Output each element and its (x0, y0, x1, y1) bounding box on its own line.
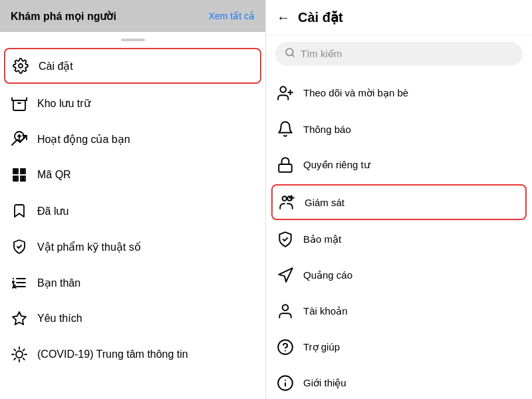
left-menu-item-label-yeu-thich: Yêu thích (37, 313, 82, 325)
left-menu-item-kho-luu-tru[interactable]: Kho lưu trữ (0, 85, 265, 121)
right-menu-item-quang-cao[interactable]: Quảng cáo (266, 257, 532, 293)
covid-icon (11, 346, 28, 363)
svg-point-18 (13, 278, 14, 279)
left-panel: Khám phá mọi người Xem tất cả Cài đặt Kh… (0, 0, 266, 399)
svg-point-35 (280, 86, 286, 92)
left-menu: Cài đặt Kho lưu trữ Hoạt động của bạn Mã… (0, 44, 265, 399)
svg-line-30 (23, 358, 25, 360)
left-menu-item-label-covid: (COVID-19) Trung tâm thông tin (37, 348, 188, 360)
add-person-icon (277, 84, 294, 102)
left-menu-item-cai-dat[interactable]: Cài đặt (4, 48, 261, 84)
right-menu-item-label-theo-doi: Theo dõi và mời bạn bè (303, 87, 408, 99)
left-header-title: Khám phá mọi người (11, 10, 116, 23)
right-menu-item-tai-khoan[interactable]: Tài khoản (266, 293, 532, 329)
account-icon (277, 303, 294, 320)
svg-rect-12 (22, 178, 24, 180)
right-menu-item-tro-giup[interactable]: Trợ giúp (266, 329, 532, 365)
right-menu-item-label-quang-cao: Quảng cáo (303, 269, 352, 281)
svg-marker-23 (13, 312, 26, 325)
left-menu-item-label-ma-qr: Mã QR (37, 169, 71, 181)
svg-rect-11 (15, 178, 17, 180)
archive-icon (11, 94, 28, 112)
friends-list-icon (11, 274, 28, 291)
right-panel: ← Cài đặt Tìm kiếm Theo dõi và mời bạn b… (266, 0, 532, 399)
svg-line-29 (14, 349, 15, 350)
search-icon (285, 47, 295, 61)
right-menu-item-thong-bao[interactable]: Thông báo (266, 111, 532, 147)
left-menu-item-label-ban-than: Bạn thân (37, 277, 80, 289)
bell-icon (277, 120, 294, 138)
right-menu-item-giam-sat[interactable]: Giám sát (271, 184, 527, 220)
megaphone-icon (277, 267, 294, 284)
left-header: Khám phá mọi người Xem tất cả (0, 0, 265, 32)
info-icon (277, 374, 294, 392)
svg-line-31 (23, 349, 25, 350)
qr-icon (11, 166, 28, 184)
left-menu-item-label-vat-pham: Vật phẩm kỹ thuật số (37, 241, 141, 253)
right-menu-item-label-quyen-rieng-tu: Quyền riêng tư (303, 159, 370, 171)
right-menu: Theo dõi và mời bạn bè Thông báo Quyền r… (266, 72, 532, 399)
search-bar[interactable]: Tìm kiếm (275, 42, 523, 66)
help-icon (277, 338, 294, 356)
svg-point-0 (19, 64, 23, 68)
right-menu-item-label-tro-giup: Trợ giúp (303, 341, 340, 353)
right-menu-item-label-thong-bao: Thông báo (303, 124, 351, 135)
left-menu-item-ban-than[interactable]: Bạn thân (0, 265, 265, 301)
gear-icon (12, 57, 29, 74)
svg-rect-10 (22, 170, 24, 172)
right-menu-item-label-tai-khoan: Tài khoản (303, 305, 348, 317)
svg-point-22 (13, 285, 15, 287)
view-all-link[interactable]: Xem tất cả (209, 11, 255, 21)
svg-line-34 (292, 55, 294, 57)
activity-icon (11, 130, 28, 148)
left-menu-item-da-luu[interactable]: Đã lưu (0, 193, 265, 229)
left-menu-item-label-da-luu: Đã lưu (37, 205, 68, 217)
left-menu-item-label-kho-luu-tru: Kho lưu trữ (37, 97, 90, 110)
right-menu-item-gioi-thieu[interactable]: Giới thiệu (266, 365, 532, 399)
right-menu-item-theo-doi[interactable]: Theo dõi và mời bạn bè (266, 75, 532, 111)
left-menu-item-label-hoat-dong: Hoạt động của bạn (37, 133, 130, 146)
back-button[interactable]: ← (277, 10, 290, 25)
right-menu-item-label-giam-sat: Giám sát (305, 197, 344, 208)
left-menu-item-vat-pham[interactable]: Vật phẩm kỹ thuật số (0, 229, 265, 265)
star-icon (11, 310, 28, 327)
right-menu-item-quyen-rieng-tu[interactable]: Quyền riêng tư (266, 147, 532, 183)
left-menu-item-covid[interactable]: (COVID-19) Trung tâm thông tin (0, 336, 265, 372)
svg-line-32 (14, 358, 15, 360)
left-menu-item-yeu-thich[interactable]: Yêu thích (0, 301, 265, 336)
left-menu-item-ma-qr[interactable]: Mã QR (0, 157, 265, 193)
shield-check-icon (11, 238, 28, 255)
svg-point-24 (16, 351, 23, 358)
supervision-icon (278, 194, 295, 211)
svg-rect-38 (279, 164, 292, 172)
svg-point-43 (283, 305, 289, 311)
right-menu-item-label-bao-mat: Bảo mật (303, 233, 341, 245)
left-menu-item-label-cai-dat: Cài đặt (39, 60, 73, 72)
drawer-handle (121, 39, 145, 41)
right-menu-item-label-gioi-thieu: Giới thiệu (303, 377, 346, 389)
svg-point-44 (278, 340, 293, 354)
search-placeholder: Tìm kiếm (301, 48, 342, 60)
right-menu-item-bao-mat[interactable]: Bảo mật (266, 221, 532, 257)
svg-rect-9 (15, 170, 17, 172)
right-header: ← Cài đặt (266, 0, 532, 35)
svg-point-39 (283, 196, 287, 201)
shield-icon (277, 231, 294, 248)
left-menu-item-hoat-dong[interactable]: Hoạt động của bạn (0, 121, 265, 157)
right-header-title: Cài đặt (298, 9, 343, 25)
lock-icon (277, 156, 294, 174)
bookmark-icon (11, 202, 28, 219)
